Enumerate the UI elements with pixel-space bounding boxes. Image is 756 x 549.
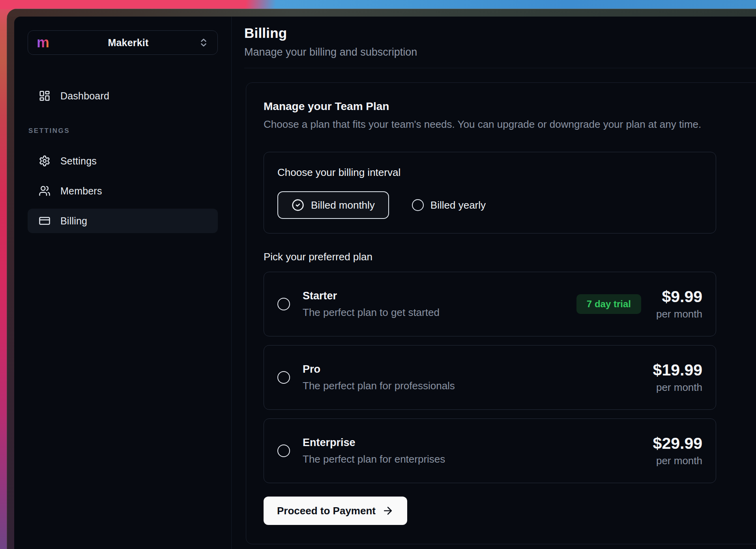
plan-pricing: $19.99 per month [653, 361, 702, 394]
workspace-selector[interactable]: m Makerkit [28, 30, 218, 55]
plan-radio-icon[interactable] [277, 371, 290, 384]
interval-option-yearly[interactable]: Billed yearly [412, 199, 486, 211]
users-icon [39, 185, 51, 197]
price-block: $9.99 per month [656, 288, 702, 320]
chevron-up-down-icon [198, 37, 209, 48]
plan-radio-icon[interactable] [277, 444, 290, 457]
plan-row-starter[interactable]: Starter The perfect plan to get started … [264, 272, 716, 336]
proceed-to-payment-label: Proceed to Payment [277, 505, 376, 517]
price-block: $29.99 per month [653, 435, 702, 467]
main-content: Billing Manage your billing and subscrip… [231, 17, 756, 549]
plans-label: Pick your preferred plan [264, 251, 754, 263]
plan-period: per month [653, 381, 702, 394]
workspace-name: Makerkit [58, 37, 198, 49]
plan-name: Pro [303, 363, 653, 375]
plan-pricing: $29.99 per month [653, 435, 702, 467]
check-circle-icon [292, 199, 304, 211]
gear-icon [39, 155, 51, 167]
app-root: m Makerkit Dashboard SETTINGS [14, 17, 756, 549]
plan-name: Starter [303, 290, 576, 302]
plan-name: Enterprise [303, 437, 653, 449]
plan-texts: Starter The perfect plan to get started [303, 290, 576, 319]
plan-pricing: 7 day trial $9.99 per month [576, 288, 702, 320]
window-titlebar [7, 9, 756, 17]
plan-description: The perfect plan for enterprises [303, 453, 653, 465]
page-title: Billing [244, 25, 756, 41]
billing-interval-label: Choose your billing interval [277, 166, 702, 179]
interval-option-monthly[interactable]: Billed monthly [277, 191, 389, 219]
card-title: Manage your Team Plan [264, 100, 754, 113]
sidebar: m Makerkit Dashboard SETTINGS [14, 17, 231, 549]
interval-option-label: Billed monthly [311, 199, 375, 211]
plan-price: $29.99 [653, 435, 702, 452]
sidebar-item-billing[interactable]: Billing [28, 209, 218, 233]
makerkit-logo: m [37, 35, 49, 50]
plan-price: $9.99 [656, 288, 702, 306]
sidebar-item-label: Settings [60, 155, 97, 167]
plan-price: $19.99 [653, 361, 702, 379]
sidebar-nav: Dashboard SETTINGS Settings [28, 84, 218, 233]
plan-radio-icon[interactable] [277, 298, 290, 310]
sidebar-item-settings[interactable]: Settings [28, 149, 218, 173]
proceed-to-payment-button[interactable]: Proceed to Payment [264, 497, 407, 525]
plan-description: The perfect plan for professionals [303, 380, 653, 392]
plan-row-pro[interactable]: Pro The perfect plan for professionals $… [264, 345, 716, 410]
sidebar-item-members[interactable]: Members [28, 179, 218, 203]
plan-period: per month [653, 455, 702, 467]
card-subtitle: Choose a plan that fits your team's need… [264, 118, 754, 131]
plan-texts: Pro The perfect plan for professionals [303, 363, 653, 392]
plan-description: The perfect plan to get started [303, 306, 576, 319]
billing-interval-options: Billed monthly Billed yearly [277, 191, 702, 219]
radio-circle-icon [412, 199, 424, 211]
billing-interval-box: Choose your billing interval Billed mont… [264, 152, 716, 233]
sidebar-section-label: SETTINGS [28, 127, 218, 135]
plan-row-enterprise[interactable]: Enterprise The perfect plan for enterpri… [264, 418, 716, 483]
arrow-right-icon [382, 505, 394, 517]
plan-period: per month [656, 308, 702, 320]
interval-option-label: Billed yearly [430, 199, 486, 211]
trial-badge: 7 day trial [576, 294, 641, 314]
dashboard-icon [39, 90, 51, 102]
sidebar-item-dashboard[interactable]: Dashboard [28, 84, 218, 108]
team-plan-card: Manage your Team Plan Choose a plan that… [246, 82, 756, 544]
page-subtitle: Manage your billing and subscription [244, 46, 756, 58]
plan-texts: Enterprise The perfect plan for enterpri… [303, 437, 653, 465]
credit-card-icon [39, 215, 51, 227]
app-window: m Makerkit Dashboard SETTINGS [7, 9, 756, 549]
sidebar-item-label: Dashboard [60, 90, 109, 102]
sidebar-item-label: Billing [60, 215, 87, 227]
price-block: $19.99 per month [653, 361, 702, 394]
page-header: Billing Manage your billing and subscrip… [244, 25, 756, 68]
desktop-wallpaper-top-edge [0, 0, 756, 9]
sidebar-item-label: Members [60, 185, 102, 197]
